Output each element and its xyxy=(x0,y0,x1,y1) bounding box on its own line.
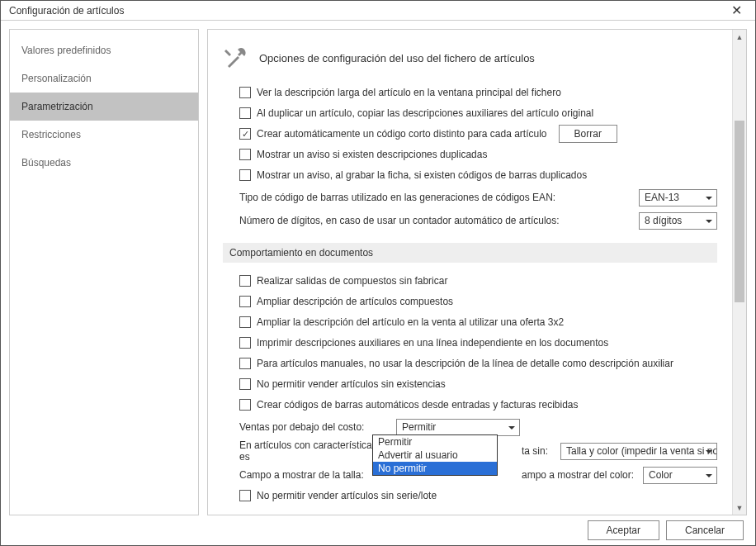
barcode-type-value: EAN-13 xyxy=(645,192,679,203)
checkbox-label: Imprimir descripciones auxiliares en una… xyxy=(257,337,608,349)
vertical-scrollbar[interactable]: ▲ ▼ xyxy=(732,30,746,515)
sidebar-item-restrictions[interactable]: Restricciones xyxy=(10,121,198,149)
scroll-thumb[interactable] xyxy=(735,121,744,302)
caracteristicas-select[interactable]: Talla y color (impedir la venta si no s xyxy=(560,443,717,460)
checkbox-imprimir-aux[interactable] xyxy=(239,337,251,349)
options-block-1: Ver la descripción larga del artículo en… xyxy=(223,83,717,231)
digits-select[interactable]: 8 dígitos xyxy=(639,212,717,230)
sidebar-item-predefined-values[interactable]: Valores predefinidos xyxy=(10,36,198,64)
checkbox-label: Ver la descripción larga del artículo en… xyxy=(257,87,561,98)
ventas-below-cost-select[interactable]: Permitir xyxy=(396,419,520,436)
checkbox-ampliar-3x2[interactable] xyxy=(239,316,251,328)
checkbox-label: Crear códigos de barras automáticos desd… xyxy=(257,399,579,411)
campo-color-label: ampo a mostrar del color: xyxy=(522,469,634,481)
tools-icon xyxy=(223,45,249,71)
scroll-down-arrow-icon[interactable]: ▼ xyxy=(733,501,746,515)
checkbox-long-description[interactable] xyxy=(239,87,251,98)
ventas-below-cost-value: Permitir xyxy=(402,421,436,433)
close-button[interactable]: ✕ xyxy=(725,1,749,20)
checkbox-warn-dup-desc[interactable] xyxy=(239,149,251,160)
sidebar-item-personalization[interactable]: Personalización xyxy=(10,64,198,93)
campo-talla-label: Campo a mostrar de la talla: xyxy=(239,469,388,481)
section-title: Opciones de configuración del uso del fi… xyxy=(259,52,535,64)
dialog-window: Configuración de artículos ✕ Valores pre… xyxy=(0,0,756,546)
scroll-up-arrow-icon[interactable]: ▲ xyxy=(733,30,746,44)
cancel-button[interactable]: Cancelar xyxy=(666,520,744,540)
checkbox-no-vender-sin-exist[interactable] xyxy=(239,378,251,390)
caracteristicas-value: Talla y color (impedir la venta si no s xyxy=(566,445,717,457)
checkbox-salidas-compuestos[interactable] xyxy=(239,275,251,287)
main-content: Opciones de configuración del uso del fi… xyxy=(208,30,732,515)
checkbox-label: Ampliar descripción de artículos compues… xyxy=(257,296,453,307)
checkbox-barcodes-auto-entrada[interactable] xyxy=(239,399,251,411)
ventas-below-cost-label: Ventas por debajo del costo: xyxy=(239,421,388,433)
campo-color-select[interactable]: Color xyxy=(643,467,717,484)
ventas-below-cost-dropdown[interactable]: Permitir Advertir al usuario No permitir xyxy=(372,434,498,476)
checkbox-no-vender-sin-serie[interactable] xyxy=(239,490,251,501)
ok-button[interactable]: Aceptar xyxy=(588,520,659,540)
checkbox-label: Mostrar un aviso si existen descripcione… xyxy=(257,149,487,160)
options-block-2: Realizar salidas de compuestos sin fabri… xyxy=(223,271,717,506)
checkbox-label: No permitir vender artículos sin existen… xyxy=(257,378,446,390)
checkbox-manuales-no-detalle[interactable] xyxy=(239,358,251,369)
checkbox-auto-short-code[interactable] xyxy=(239,128,251,140)
checkbox-label: Para artículos manuales, no usar la desc… xyxy=(257,358,673,369)
dropdown-option-no-permitir[interactable]: No permitir xyxy=(373,462,497,475)
checkbox-label: Mostrar un aviso, al grabar la ficha, si… xyxy=(257,169,587,181)
caracteristicas-label-right: ta sin: xyxy=(522,445,548,457)
checkbox-label: Realizar salidas de compuestos sin fabri… xyxy=(257,275,447,287)
dropdown-option-advertir[interactable]: Advertir al usuario xyxy=(373,449,497,462)
caracteristicas-label-left: En artículos con características es xyxy=(239,439,388,463)
sidebar-item-parametrization[interactable]: Parametrización xyxy=(10,93,198,121)
window-title: Configuración de artículos xyxy=(9,5,124,17)
campo-color-value: Color xyxy=(649,469,673,481)
barcode-type-select[interactable]: EAN-13 xyxy=(639,189,717,207)
digits-label: Número de dígitos, en caso de usar un co… xyxy=(239,215,560,226)
section-header: Opciones de configuración del uso del fi… xyxy=(223,45,717,71)
dropdown-option-permitir[interactable]: Permitir xyxy=(373,435,497,449)
sub-section-header: Comportamiento en documentos xyxy=(223,243,717,263)
barcode-type-label: Tipo de código de barras utilizado en la… xyxy=(239,192,555,203)
sidebar-item-searches[interactable]: Búsquedas xyxy=(10,149,198,177)
title-bar: Configuración de artículos ✕ xyxy=(1,1,755,21)
checkbox-ampliar-compuestos[interactable] xyxy=(239,296,251,307)
checkbox-label: Al duplicar un artículo, copiar las desc… xyxy=(257,107,593,119)
digits-value: 8 dígitos xyxy=(645,215,682,226)
dialog-footer: Aceptar Cancelar xyxy=(1,515,755,545)
checkbox-label: Ampliar la descripción del artículo en l… xyxy=(257,316,564,328)
main-panel: Opciones de configuración del uso del fi… xyxy=(207,29,747,515)
clear-button[interactable]: Borrar xyxy=(559,125,617,143)
checkbox-label: Crear automáticamente un código corto di… xyxy=(257,128,547,140)
checkbox-label: No permitir vender artículos sin serie/l… xyxy=(257,490,437,501)
sidebar: Valores predefinidos Personalización Par… xyxy=(9,29,199,515)
checkbox-duplicate-copy-aux[interactable] xyxy=(239,107,251,119)
checkbox-warn-dup-barcode[interactable] xyxy=(239,169,251,181)
dialog-body: Valores predefinidos Personalización Par… xyxy=(1,21,755,515)
